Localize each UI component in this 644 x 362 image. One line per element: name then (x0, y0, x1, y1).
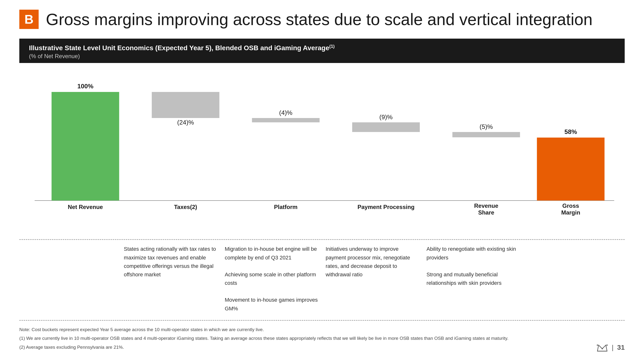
x-label-revenue-share-1: Revenue (474, 202, 498, 209)
x-label-gross-margin-2: Margin (561, 209, 580, 216)
footer-note: Note: Cost buckets represent expected Ye… (19, 326, 625, 333)
footer-footnote2: (2) Average taxes excluding Pennsylvania… (19, 344, 625, 351)
page-title: Gross margins improving across states du… (46, 10, 592, 28)
net-revenue-pct: 100% (77, 82, 94, 90)
platform-bar (252, 118, 320, 122)
revenue-share-pct: (5)% (480, 123, 493, 130)
page: B Gross margins improving across states … (0, 0, 644, 362)
payment-bar (352, 122, 420, 132)
table-cell-revenue-share: Ability to renegotiate with existing ski… (423, 245, 524, 313)
platform-pct: (4)% (279, 109, 292, 116)
x-label-payment: Payment Processing (358, 204, 414, 210)
crown-icon (596, 343, 608, 352)
table-cell-taxes: States acting rationally with tax rates … (120, 245, 221, 313)
footer: Note: Cost buckets represent expected Ye… (19, 319, 625, 352)
table-cell-net-revenue (19, 245, 120, 313)
x-label-platform: Platform (274, 204, 298, 210)
net-revenue-bar (52, 92, 119, 201)
x-label-revenue-share-2: Share (478, 209, 494, 216)
table-cell-gross-margin (524, 245, 625, 313)
svg-point-3 (597, 345, 598, 346)
data-table: States acting rationally with tax rates … (19, 239, 625, 321)
section-title-sub: (% of Net Revenue) (29, 53, 615, 60)
table-cell-payment: Initiatives underway to improve payment … (322, 245, 423, 313)
taxes-pct: (24)% (177, 119, 194, 126)
gross-margin-bar (537, 138, 605, 201)
footer-footnote1: (1) We are currently live in 10 multi-op… (19, 335, 625, 342)
footer-right: | 31 (596, 343, 625, 352)
header-badge: B (19, 10, 39, 29)
chart-svg: 100% (24)% (4)% (9)% (5)% 58% (19, 77, 625, 227)
table-row: States acting rationally with tax rates … (19, 245, 625, 313)
svg-point-5 (606, 345, 608, 346)
section-title-main: Illustrative State Level Unit Economics … (29, 44, 615, 52)
x-label-taxes: Taxes(2) (174, 204, 197, 210)
payment-pct: (9)% (379, 113, 393, 121)
x-label-net-revenue: Net Revenue (68, 204, 103, 210)
header: B Gross margins improving across states … (19, 10, 625, 29)
x-label-gross-margin-1: Gross (562, 202, 579, 209)
revenue-share-bar (452, 132, 520, 137)
table-cell-platform: Migration to in-house bet engine will be… (221, 245, 322, 313)
section-title-bar: Illustrative State Level Unit Economics … (19, 39, 625, 63)
page-number: 31 (617, 344, 625, 351)
badge-letter: B (24, 12, 34, 26)
footer-divider: | (612, 344, 614, 351)
gross-margin-pct: 58% (564, 128, 577, 135)
svg-point-4 (602, 348, 603, 350)
taxes-bar (152, 92, 220, 118)
chart-container: 100% (24)% (4)% (9)% (5)% 58% (19, 77, 625, 246)
